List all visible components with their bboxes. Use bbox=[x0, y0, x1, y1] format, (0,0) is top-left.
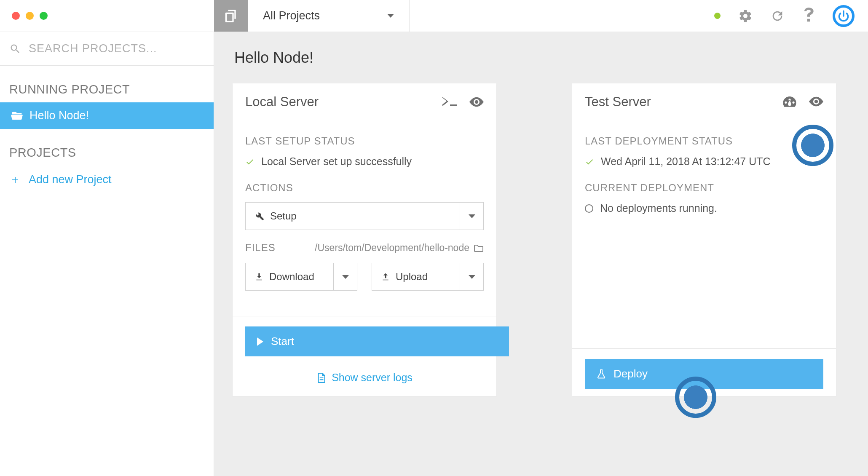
content: Hello Node! Local Server bbox=[214, 32, 868, 476]
add-project-button[interactable]: Add new Project bbox=[0, 166, 214, 194]
start-button-label: Start bbox=[271, 335, 294, 348]
download-icon bbox=[255, 273, 263, 281]
help-button[interactable] bbox=[802, 8, 815, 24]
current-deploy-status-text: No deployments running. bbox=[600, 202, 717, 214]
upload-button-caret[interactable] bbox=[460, 263, 483, 290]
terminal-icon bbox=[442, 97, 457, 107]
plus-icon bbox=[10, 175, 20, 185]
settings-button[interactable] bbox=[738, 9, 753, 23]
setup-button-caret[interactable] bbox=[460, 203, 483, 230]
setup-button-label: Setup bbox=[270, 210, 297, 222]
window-controls bbox=[0, 0, 214, 32]
search-row[interactable] bbox=[0, 32, 214, 66]
document-icon bbox=[316, 372, 326, 383]
files-path-text: /Users/tom/Development/hello-node bbox=[315, 242, 469, 254]
close-window-icon[interactable] bbox=[12, 12, 20, 20]
power-icon bbox=[838, 10, 849, 22]
chevron-down-icon bbox=[387, 14, 394, 18]
sidebar-item-running[interactable]: Hello Node! bbox=[0, 102, 214, 129]
projects-tab-button[interactable] bbox=[214, 0, 248, 32]
copy-stack-icon bbox=[222, 8, 239, 24]
status-indicator-icon bbox=[714, 13, 721, 19]
view-button[interactable] bbox=[469, 97, 484, 107]
start-button[interactable]: Start bbox=[245, 326, 509, 356]
current-deploy-status: No deployments running. bbox=[585, 202, 823, 214]
wrench-icon bbox=[255, 211, 264, 221]
search-input[interactable] bbox=[29, 42, 204, 55]
question-icon bbox=[802, 8, 815, 24]
dashboard-button[interactable] bbox=[783, 96, 796, 107]
upload-button[interactable]: Upload bbox=[372, 263, 484, 291]
sidebar-item-label: Hello Node! bbox=[29, 109, 89, 122]
card-title: Test Server bbox=[585, 94, 651, 110]
gear-icon bbox=[738, 9, 753, 23]
folder-open-icon bbox=[11, 110, 23, 122]
deploy-button-label: Deploy bbox=[613, 367, 648, 380]
projects-label: PROJECTS bbox=[0, 129, 214, 166]
download-button[interactable]: Download bbox=[245, 263, 357, 291]
view-button[interactable] bbox=[809, 96, 823, 107]
setup-button[interactable]: Setup bbox=[245, 202, 484, 230]
sidebar: RUNNING PROJECT Hello Node! PROJECTS Add… bbox=[0, 32, 214, 476]
search-icon bbox=[9, 43, 21, 55]
last-deploy-status: Wed April 11, 2018 At 13:12:47 UTC bbox=[585, 155, 823, 168]
page-title: Hello Node! bbox=[233, 49, 849, 67]
show-server-logs-label: Show server logs bbox=[332, 372, 413, 384]
chevron-down-icon bbox=[469, 275, 475, 279]
topbar-right bbox=[714, 0, 868, 32]
show-server-logs-link[interactable]: Show server logs bbox=[233, 364, 496, 396]
chevron-down-icon bbox=[342, 275, 349, 279]
play-icon bbox=[257, 337, 263, 346]
last-setup-status: Local Server set up successfully bbox=[245, 155, 484, 168]
last-deploy-label: LAST DEPLOYMENT STATUS bbox=[585, 135, 823, 147]
current-deploy-label: CURRENT DEPLOYMENT bbox=[585, 182, 823, 194]
project-filter-label: All Projects bbox=[263, 9, 320, 22]
card-title: Local Server bbox=[245, 94, 319, 110]
eye-icon bbox=[469, 97, 484, 107]
upload-icon bbox=[381, 273, 390, 281]
refresh-icon bbox=[770, 9, 785, 23]
project-filter-select[interactable]: All Projects bbox=[248, 0, 410, 32]
files-path: /Users/tom/Development/hello-node bbox=[315, 242, 484, 254]
eye-icon bbox=[809, 96, 823, 107]
last-setup-label: LAST SETUP STATUS bbox=[245, 135, 484, 147]
folder-icon bbox=[474, 244, 484, 252]
download-button-caret[interactable] bbox=[333, 263, 357, 290]
flask-icon bbox=[597, 369, 606, 379]
deploy-button[interactable]: Deploy bbox=[585, 359, 823, 389]
upload-button-label: Upload bbox=[396, 271, 428, 283]
test-server-card: Test Server LAST DEPLOYMENT STATUS bbox=[572, 83, 836, 396]
check-icon bbox=[585, 157, 594, 166]
zoom-window-icon[interactable] bbox=[40, 12, 48, 20]
topbar: All Projects bbox=[0, 0, 868, 32]
last-setup-status-text: Local Server set up successfully bbox=[261, 155, 412, 168]
actions-label: ACTIONS bbox=[245, 182, 484, 194]
last-deploy-status-text: Wed April 11, 2018 At 13:12:47 UTC bbox=[601, 155, 771, 168]
running-project-label: RUNNING PROJECT bbox=[0, 66, 214, 102]
card-header: Local Server bbox=[233, 83, 496, 119]
check-icon bbox=[245, 157, 255, 166]
circle-icon bbox=[585, 204, 593, 213]
files-label: FILES bbox=[245, 242, 276, 254]
add-project-label: Add new Project bbox=[29, 173, 112, 186]
download-button-label: Download bbox=[269, 271, 314, 283]
refresh-button[interactable] bbox=[770, 9, 785, 23]
card-header: Test Server bbox=[572, 83, 836, 119]
power-button[interactable] bbox=[833, 5, 855, 27]
local-server-card: Local Server LAST SETUP STATUS bbox=[233, 83, 496, 396]
chevron-down-icon bbox=[469, 214, 475, 218]
minimize-window-icon[interactable] bbox=[26, 12, 34, 20]
gauge-icon bbox=[783, 96, 796, 107]
terminal-button[interactable] bbox=[442, 97, 457, 107]
